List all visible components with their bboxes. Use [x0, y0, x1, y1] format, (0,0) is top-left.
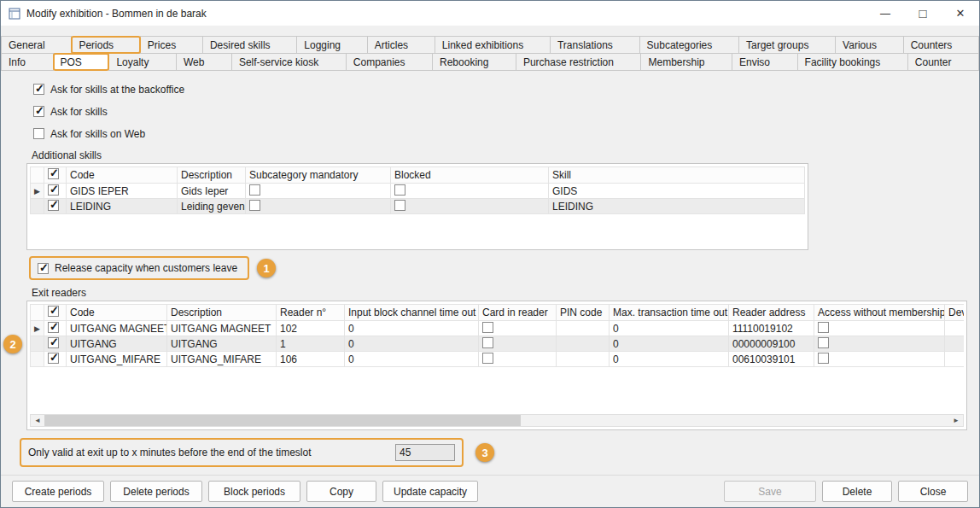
cell-max-transaction-timeout[interactable]: 0 [610, 352, 729, 367]
cell-code[interactable]: UITGANG_MIFARE [67, 352, 167, 367]
delete-button[interactable]: Delete [822, 481, 892, 502]
ask-skills-backoffice-checkbox[interactable] [33, 84, 44, 95]
tab-translations[interactable]: Translations [550, 36, 640, 54]
column-header-description[interactable]: Description [178, 167, 246, 184]
column-header-access-without-membership[interactable]: Access without membership [814, 305, 945, 321]
cell-code[interactable]: LEIDING [67, 199, 178, 214]
cell-max-transaction-timeout[interactable]: 0 [610, 336, 729, 352]
cell-reader-address[interactable]: 11110019102 [729, 321, 814, 336]
subcategory-mandatory-checkbox[interactable] [249, 200, 260, 211]
column-header-skill[interactable]: Skill [549, 167, 805, 184]
tab-prices[interactable]: Prices [140, 36, 203, 54]
tab-periods[interactable]: Periods [71, 36, 140, 54]
tab-enviso[interactable]: Enviso [732, 53, 798, 71]
cell-pin-code[interactable] [557, 352, 610, 367]
tab-self-service-kiosk[interactable]: Self-service kiosk [231, 53, 347, 71]
cell-reader-no[interactable]: 106 [277, 352, 345, 367]
cell-devaluation[interactable] [945, 336, 965, 352]
tab-web[interactable]: Web [176, 53, 232, 71]
create-periods-button[interactable]: Create periods [12, 481, 104, 502]
tab-facility-bookings[interactable]: Facility bookings [797, 53, 908, 71]
column-header-description[interactable]: Description [167, 305, 277, 321]
tab-subcategories[interactable]: Subcategories [639, 36, 739, 54]
subcategory-mandatory-checkbox[interactable] [249, 184, 260, 196]
card-in-reader-checkbox[interactable] [482, 353, 493, 364]
column-header-reader-address[interactable]: Reader address [729, 305, 814, 321]
copy-button[interactable]: Copy [306, 481, 376, 502]
column-header-blocked[interactable]: Blocked [391, 167, 549, 184]
close-dialog-button[interactable]: Close [898, 481, 968, 502]
cell-input-block-timeout[interactable]: 0 [345, 352, 479, 367]
tab-linked-exhibitions[interactable]: Linked exhibitions [435, 36, 551, 54]
maximize-button[interactable]: □ [904, 1, 942, 26]
cell-description[interactable]: UITGANG MAGNEET [167, 321, 277, 336]
table-row[interactable]: UITGANG_MIFARE UITGANG_MIFARE 106 0 0 00… [31, 352, 965, 367]
tab-counters[interactable]: Counters [903, 36, 979, 54]
scroll-right-icon[interactable]: ► [949, 415, 963, 426]
cell-pin-code[interactable] [557, 336, 610, 352]
cell-code[interactable]: GIDS IEPER [67, 184, 178, 199]
column-header-devaluation[interactable]: Deval [945, 305, 965, 321]
tab-counter[interactable]: Counter [907, 53, 979, 71]
save-button[interactable]: Save [724, 481, 816, 502]
blocked-checkbox[interactable] [394, 200, 405, 211]
scrollbar-thumb[interactable] [44, 415, 521, 426]
tab-logging[interactable]: Logging [296, 36, 367, 54]
column-header-card-in-reader[interactable]: Card in reader [479, 305, 557, 321]
column-header-input-block-timeout[interactable]: Input block channel time out [345, 305, 479, 321]
column-header-code[interactable]: Code [67, 167, 178, 184]
close-button[interactable]: ✕ [942, 1, 979, 26]
column-header-subcategory-mandatory[interactable]: Subcategory mandatory [246, 167, 391, 184]
card-in-reader-checkbox[interactable] [482, 337, 493, 348]
cell-code[interactable]: UITGANG MAGNEET [67, 321, 167, 336]
cell-reader-address[interactable]: 00000009100 [729, 336, 814, 352]
exit-validity-input[interactable] [395, 444, 455, 461]
tab-info[interactable]: Info [1, 53, 54, 71]
table-row[interactable]: LEIDING Leiding geven LEIDING [31, 199, 805, 214]
release-capacity-checkbox[interactable] [38, 263, 49, 274]
column-header-pin-code[interactable]: PIN code [557, 305, 610, 321]
select-all-checkbox[interactable] [48, 306, 59, 317]
cell-description[interactable]: Leiding geven [178, 199, 246, 214]
cell-description[interactable]: Gids Ieper [178, 184, 246, 199]
tab-membership[interactable]: Membership [640, 53, 732, 71]
row-checkbox[interactable] [48, 337, 59, 348]
scroll-left-icon[interactable]: ◄ [31, 415, 44, 426]
column-header-max-transaction-timeout[interactable]: Max. transaction time out [610, 305, 729, 321]
access-without-membership-checkbox[interactable] [818, 353, 829, 364]
cell-pin-code[interactable] [557, 321, 610, 336]
tab-target-groups[interactable]: Target groups [738, 36, 836, 54]
ask-skills-web-checkbox[interactable] [33, 128, 44, 139]
tab-purchase-restriction[interactable]: Purchase restriction [516, 53, 642, 71]
card-in-reader-checkbox[interactable] [482, 322, 493, 333]
block-periods-button[interactable]: Block periods [208, 481, 300, 502]
access-without-membership-checkbox[interactable] [818, 337, 829, 348]
row-checkbox[interactable] [48, 353, 59, 364]
tab-companies[interactable]: Companies [346, 53, 433, 71]
cell-code[interactable]: UITGANG [67, 336, 167, 352]
table-row[interactable]: ▶ UITGANG MAGNEET UITGANG MAGNEET 102 0 … [31, 321, 965, 336]
tab-pos[interactable]: POS [53, 53, 110, 71]
delete-periods-button[interactable]: Delete periods [110, 481, 202, 502]
select-all-checkbox[interactable] [48, 168, 59, 179]
tab-loyalty[interactable]: Loyalty [108, 53, 177, 71]
table-row[interactable]: UITGANG UITGANG 1 0 0 00000009100 [31, 336, 965, 352]
cell-skill[interactable]: LEIDING [549, 199, 805, 214]
tab-articles[interactable]: Articles [367, 36, 435, 54]
tab-rebooking[interactable]: Rebooking [432, 53, 516, 71]
blocked-checkbox[interactable] [394, 184, 405, 196]
column-header-reader-no[interactable]: Reader n° [277, 305, 345, 321]
column-header-code[interactable]: Code [67, 305, 167, 321]
horizontal-scrollbar[interactable]: ◄ ► [30, 414, 964, 427]
tab-general[interactable]: General [1, 36, 72, 54]
row-checkbox[interactable] [48, 184, 59, 196]
cell-reader-no[interactable]: 102 [277, 321, 345, 336]
scrollbar-track[interactable] [521, 415, 949, 426]
tab-desired-skills[interactable]: Desired skills [202, 36, 297, 54]
cell-description[interactable]: UITGANG [167, 336, 277, 352]
update-capacity-button[interactable]: Update capacity [382, 481, 478, 502]
access-without-membership-checkbox[interactable] [818, 322, 829, 333]
minimize-button[interactable]: — [866, 1, 904, 26]
cell-devaluation[interactable] [945, 352, 965, 367]
cell-skill[interactable]: GIDS [549, 184, 805, 199]
